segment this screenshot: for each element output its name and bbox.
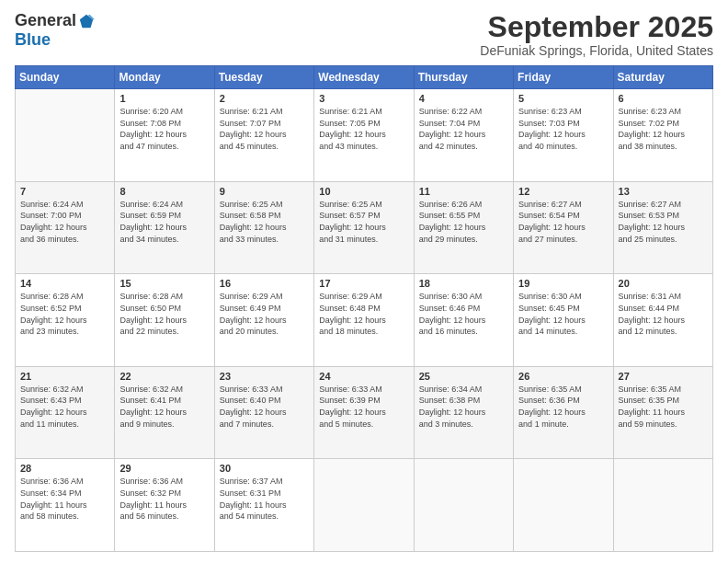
table-row: 10Sunrise: 6:25 AM Sunset: 6:57 PM Dayli… [314,181,414,274]
day-number: 8 [119,186,209,197]
header: General Blue September 2025 DeFuniak Spr… [15,11,713,58]
table-row: 28Sunrise: 6:36 AM Sunset: 6:34 PM Dayli… [16,459,115,552]
table-row [414,459,513,552]
table-row: 27Sunrise: 6:35 AM Sunset: 6:35 PM Dayli… [613,366,712,459]
col-thursday: Thursday [414,66,513,89]
table-row: 15Sunrise: 6:28 AM Sunset: 6:50 PM Dayli… [115,274,214,367]
day-info: Sunrise: 6:26 AM Sunset: 6:55 PM Dayligh… [419,199,508,245]
day-info: Sunrise: 6:34 AM Sunset: 6:38 PM Dayligh… [419,384,508,430]
day-info: Sunrise: 6:35 AM Sunset: 6:36 PM Dayligh… [518,384,608,430]
day-number: 11 [419,186,508,197]
day-number: 5 [518,93,608,104]
table-row: 20Sunrise: 6:31 AM Sunset: 6:44 PM Dayli… [613,274,712,367]
table-row: 2Sunrise: 6:21 AM Sunset: 7:07 PM Daylig… [214,89,313,182]
day-info: Sunrise: 6:27 AM Sunset: 6:53 PM Dayligh… [619,199,708,245]
day-info: Sunrise: 6:23 AM Sunset: 7:03 PM Dayligh… [518,106,608,152]
table-row: 9Sunrise: 6:25 AM Sunset: 6:58 PM Daylig… [214,181,313,274]
table-row: 22Sunrise: 6:32 AM Sunset: 6:41 PM Dayli… [115,366,214,459]
day-number: 29 [119,463,209,474]
day-info: Sunrise: 6:31 AM Sunset: 6:44 PM Dayligh… [619,291,708,337]
day-number: 24 [319,371,408,382]
table-row: 24Sunrise: 6:33 AM Sunset: 6:39 PM Dayli… [314,366,414,459]
page: General Blue September 2025 DeFuniak Spr… [0,0,728,563]
calendar-week-row: 14Sunrise: 6:28 AM Sunset: 6:52 PM Dayli… [16,274,713,367]
table-row: 3Sunrise: 6:21 AM Sunset: 7:05 PM Daylig… [314,89,414,182]
calendar-table: Sunday Monday Tuesday Wednesday Thursday… [15,65,713,552]
col-wednesday: Wednesday [314,66,414,89]
day-info: Sunrise: 6:28 AM Sunset: 6:50 PM Dayligh… [119,291,209,337]
day-info: Sunrise: 6:21 AM Sunset: 7:07 PM Dayligh… [220,106,309,152]
table-row: 1Sunrise: 6:20 AM Sunset: 7:08 PM Daylig… [115,89,214,182]
day-info: Sunrise: 6:35 AM Sunset: 6:35 PM Dayligh… [619,384,708,430]
day-info: Sunrise: 6:22 AM Sunset: 7:04 PM Dayligh… [419,106,508,152]
day-info: Sunrise: 6:36 AM Sunset: 6:34 PM Dayligh… [20,476,109,522]
col-friday: Friday [514,66,613,89]
day-info: Sunrise: 6:25 AM Sunset: 6:58 PM Dayligh… [220,199,309,245]
day-info: Sunrise: 6:36 AM Sunset: 6:32 PM Dayligh… [119,476,209,522]
calendar-week-row: 21Sunrise: 6:32 AM Sunset: 6:43 PM Dayli… [16,366,713,459]
table-row: 18Sunrise: 6:30 AM Sunset: 6:46 PM Dayli… [414,274,513,367]
day-info: Sunrise: 6:30 AM Sunset: 6:45 PM Dayligh… [518,291,608,337]
table-row: 11Sunrise: 6:26 AM Sunset: 6:55 PM Dayli… [414,181,513,274]
table-row: 29Sunrise: 6:36 AM Sunset: 6:32 PM Dayli… [115,459,214,552]
day-number: 21 [20,371,109,382]
day-number: 28 [20,463,109,474]
day-info: Sunrise: 6:21 AM Sunset: 7:05 PM Dayligh… [319,106,408,152]
calendar-week-row: 7Sunrise: 6:24 AM Sunset: 7:00 PM Daylig… [16,181,713,274]
day-number: 25 [419,371,508,382]
day-info: Sunrise: 6:25 AM Sunset: 6:57 PM Dayligh… [319,199,408,245]
day-number: 16 [220,278,309,289]
day-number: 9 [220,186,309,197]
calendar-week-row: 1Sunrise: 6:20 AM Sunset: 7:08 PM Daylig… [16,89,713,182]
calendar-body: 1Sunrise: 6:20 AM Sunset: 7:08 PM Daylig… [16,89,713,552]
day-info: Sunrise: 6:33 AM Sunset: 6:39 PM Dayligh… [319,384,408,430]
table-row: 6Sunrise: 6:23 AM Sunset: 7:02 PM Daylig… [613,89,712,182]
table-row: 16Sunrise: 6:29 AM Sunset: 6:49 PM Dayli… [214,274,313,367]
table-row: 23Sunrise: 6:33 AM Sunset: 6:40 PM Dayli… [214,366,313,459]
day-info: Sunrise: 6:33 AM Sunset: 6:40 PM Dayligh… [220,384,309,430]
logo-general-text: General [15,11,76,30]
day-info: Sunrise: 6:32 AM Sunset: 6:41 PM Dayligh… [119,384,209,430]
day-number: 12 [518,186,608,197]
table-row: 5Sunrise: 6:23 AM Sunset: 7:03 PM Daylig… [514,89,613,182]
day-number: 15 [119,278,209,289]
table-row: 14Sunrise: 6:28 AM Sunset: 6:52 PM Dayli… [16,274,115,367]
col-saturday: Saturday [613,66,712,89]
table-row: 7Sunrise: 6:24 AM Sunset: 7:00 PM Daylig… [16,181,115,274]
day-number: 22 [119,371,209,382]
table-row: 30Sunrise: 6:37 AM Sunset: 6:31 PM Dayli… [214,459,313,552]
table-row: 25Sunrise: 6:34 AM Sunset: 6:38 PM Dayli… [414,366,513,459]
day-info: Sunrise: 6:24 AM Sunset: 7:00 PM Dayligh… [20,199,109,245]
col-sunday: Sunday [16,66,115,89]
day-number: 26 [518,371,608,382]
table-row [514,459,613,552]
day-info: Sunrise: 6:37 AM Sunset: 6:31 PM Dayligh… [220,476,309,522]
day-number: 30 [220,463,309,474]
day-number: 10 [319,186,408,197]
day-info: Sunrise: 6:30 AM Sunset: 6:46 PM Dayligh… [419,291,508,337]
day-number: 18 [419,278,508,289]
day-info: Sunrise: 6:20 AM Sunset: 7:08 PM Dayligh… [119,106,209,152]
logo: General Blue [15,11,95,50]
table-row: 17Sunrise: 6:29 AM Sunset: 6:48 PM Dayli… [314,274,414,367]
day-number: 27 [619,371,708,382]
day-number: 4 [419,93,508,104]
day-number: 23 [220,371,309,382]
day-number: 6 [619,93,708,104]
day-info: Sunrise: 6:24 AM Sunset: 6:59 PM Dayligh… [119,199,209,245]
day-number: 17 [319,278,408,289]
day-info: Sunrise: 6:23 AM Sunset: 7:02 PM Dayligh… [619,106,708,152]
day-number: 1 [119,93,209,104]
col-tuesday: Tuesday [214,66,313,89]
day-number: 2 [220,93,309,104]
location: DeFuniak Springs, Florida, United States [480,43,713,58]
table-row: 8Sunrise: 6:24 AM Sunset: 6:59 PM Daylig… [115,181,214,274]
table-row: 26Sunrise: 6:35 AM Sunset: 6:36 PM Dayli… [514,366,613,459]
table-row: 19Sunrise: 6:30 AM Sunset: 6:45 PM Dayli… [514,274,613,367]
day-info: Sunrise: 6:28 AM Sunset: 6:52 PM Dayligh… [20,291,109,337]
day-number: 13 [619,186,708,197]
logo-icon [78,13,95,29]
col-monday: Monday [115,66,214,89]
logo-blue-text: Blue [15,30,51,49]
day-number: 14 [20,278,109,289]
